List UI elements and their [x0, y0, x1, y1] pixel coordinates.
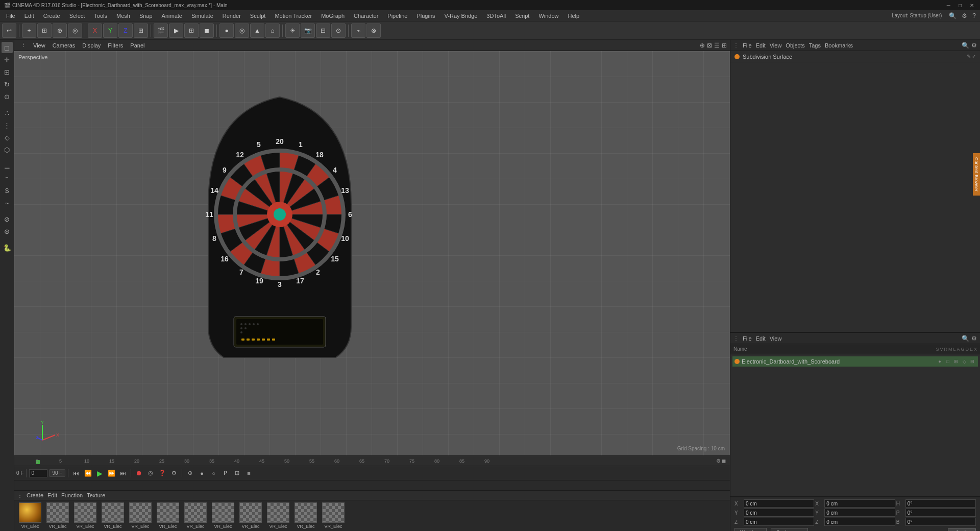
undo-button[interactable]: ↩ [2, 23, 16, 38]
scale-tool[interactable]: ⊞ [2, 66, 13, 78]
edge-mode[interactable]: ⋮ [2, 119, 13, 131]
floor-btn[interactable]: ⊟ [316, 23, 330, 38]
deform-btn[interactable]: ⌂ [265, 23, 280, 38]
paint-tool[interactable]: ⊘ [2, 213, 13, 225]
coord-xscale-input[interactable] [824, 499, 895, 508]
mat-menu-texture[interactable]: Texture [87, 492, 105, 498]
object-mode[interactable]: ⬡ [2, 144, 13, 155]
mat-menu-edit[interactable]: Edit [47, 492, 57, 498]
menu-sculpt[interactable]: Sculpt [246, 12, 270, 20]
coord-h-input[interactable] [905, 499, 976, 508]
cone-btn[interactable]: ▲ [250, 23, 264, 38]
content-browser-tab[interactable]: Content Browser [973, 153, 980, 196]
menu-file[interactable]: File [2, 12, 19, 20]
obj-check-icon[interactable]: ✓ [972, 54, 976, 59]
frame-number-input[interactable] [29, 469, 47, 477]
torus-btn[interactable]: ◎ [235, 23, 249, 38]
attr-file-menu[interactable]: File [743, 42, 752, 49]
vp-maximize[interactable]: ⊞ [722, 42, 727, 49]
material-item-9[interactable]: VR_Elec [265, 502, 291, 529]
attr-view-menu[interactable]: View [770, 42, 782, 49]
material-item-7[interactable]: VR_Elec [210, 502, 236, 529]
weight-tool[interactable]: ⊛ [2, 226, 13, 237]
select-tool[interactable]: ◻ [2, 42, 13, 53]
viewport[interactable]: Perspective [14, 51, 730, 455]
tool3[interactable]: ⊕ [53, 23, 67, 38]
obj-render-icon[interactable]: □ [944, 358, 951, 365]
tool4[interactable]: ◎ [68, 23, 82, 38]
vp-panel-menu[interactable]: Panel [127, 41, 148, 50]
menu-snap[interactable]: Snap [135, 12, 157, 20]
world-selector[interactable]: World Object [734, 528, 767, 531]
coord-p-input[interactable] [905, 509, 976, 517]
search-icon[interactable]: 🔍 [947, 12, 959, 19]
sphere-btn[interactable]: ● [219, 23, 234, 38]
help-icon-toolbar[interactable]: ? [970, 12, 978, 19]
sky-btn[interactable]: ⊙ [331, 23, 346, 38]
z-axis-btn[interactable]: Z [118, 23, 133, 38]
material-item-0[interactable]: VR_Elec [17, 502, 43, 529]
material-item-6[interactable]: VR_Elec [183, 502, 208, 529]
prev-frame-button[interactable]: ⏪ [83, 468, 93, 478]
attr-bookmarks-menu[interactable]: Bookmarks [825, 42, 853, 49]
menu-mograph[interactable]: MoGraph [317, 12, 349, 20]
vp-dots[interactable]: ⋮ [17, 41, 29, 50]
rotate-tool[interactable]: ↻ [2, 79, 13, 90]
obj-extra-icon[interactable]: ⊟ [969, 358, 976, 365]
vp-view-menu[interactable]: View [30, 41, 48, 50]
menu-tools[interactable]: Tools [90, 12, 111, 20]
coord-yscale-input[interactable] [824, 509, 895, 517]
obj-view-menu[interactable]: View [770, 335, 782, 342]
menu-3dtoall[interactable]: 3DToAll [482, 12, 510, 20]
material-item-5[interactable]: VR_Elec [155, 502, 181, 529]
render-full[interactable]: ◼ [200, 23, 214, 38]
material-item-8[interactable]: VR_Elec [238, 502, 263, 529]
mat-menu-function[interactable]: Function [61, 492, 83, 498]
menu-window[interactable]: Window [534, 12, 562, 20]
attr-settings-icon[interactable]: ⚙ [971, 42, 977, 49]
live-select[interactable]: ⊙ [2, 91, 13, 102]
vp-display-menu[interactable]: Display [79, 41, 104, 50]
menu-help[interactable]: Help [564, 12, 584, 20]
maximize-button[interactable]: □ [957, 3, 964, 8]
point-mode[interactable]: ∴ [2, 107, 13, 118]
render-region[interactable]: 🎬 [154, 23, 168, 38]
render-all[interactable]: ⊞ [184, 23, 199, 38]
title-bar-controls[interactable]: ─ □ ✕ [945, 3, 976, 8]
boole-btn[interactable]: ⊗ [366, 23, 381, 38]
render-view[interactable]: ▶ [169, 23, 183, 38]
key-button[interactable]: ❓ [157, 468, 167, 478]
menu-render[interactable]: Render [218, 12, 245, 20]
vp-icon1[interactable]: ⊕ [700, 42, 705, 49]
obj-gear-icon[interactable]: ⚙ [971, 335, 977, 342]
menu-select[interactable]: Select [65, 12, 89, 20]
vp-icon2[interactable]: ⊠ [707, 42, 712, 49]
attr-search-icon[interactable]: 🔍 [962, 42, 969, 49]
menu-motion-tracker[interactable]: Motion Tracker [271, 12, 316, 20]
light-btn[interactable]: ☀ [285, 23, 300, 38]
menu-simulate[interactable]: Simulate [187, 12, 217, 20]
object-item-electronic-dartboard[interactable]: Electronic_Dartboard_with_Scoreboard ● □… [732, 356, 978, 367]
poly-mode[interactable]: ◇ [2, 132, 13, 143]
mat-drag-handle[interactable]: ⋮ [17, 493, 22, 498]
menu-script[interactable]: Script [511, 12, 533, 20]
obj-edit-menu[interactable]: Edit [756, 335, 766, 342]
attr-edit-menu[interactable]: Edit [756, 42, 766, 49]
go-start-button[interactable]: ⏮ [71, 468, 81, 478]
material-item-4[interactable]: VR_Elec [128, 502, 153, 529]
move-tool[interactable]: ✛ [2, 54, 13, 65]
coord-z-input[interactable] [744, 518, 814, 526]
sculpt-tool[interactable]: ~ [2, 197, 13, 208]
menu-animate[interactable]: Animate [158, 12, 186, 20]
attr-objects-menu[interactable]: Objects [786, 42, 804, 49]
coord-zscale-input[interactable] [824, 518, 895, 526]
mode-selector[interactable]: Scale Absolute [771, 528, 808, 531]
tl-settings[interactable]: ⚙ [716, 458, 721, 464]
x-axis-btn[interactable]: X [88, 23, 102, 38]
camera-btn[interactable]: 📷 [301, 23, 315, 38]
play-button[interactable]: ▶ [94, 468, 105, 478]
obj-lock-icon[interactable]: ⊞ [952, 358, 960, 365]
next-frame-button[interactable]: ⏩ [106, 468, 116, 478]
coord-b-input[interactable] [905, 518, 976, 526]
key-p-button[interactable]: P [220, 468, 230, 478]
